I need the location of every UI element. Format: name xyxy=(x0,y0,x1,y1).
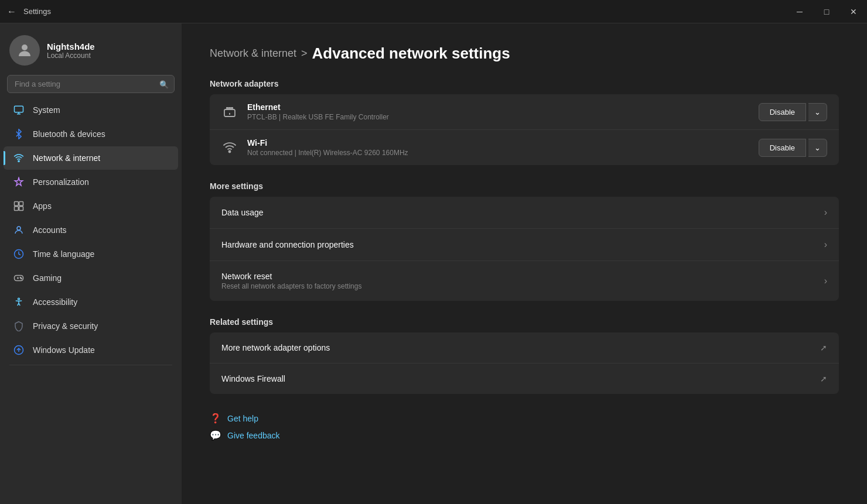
user-info: Nightsh4de Local Account xyxy=(47,42,95,60)
breadcrumb-current: Advanced network settings xyxy=(312,44,510,63)
sidebar-item-label-system: System xyxy=(33,105,60,115)
bottom-link-label-1: Give feedback xyxy=(227,431,280,440)
svg-point-4 xyxy=(18,160,19,162)
search-icon: 🔍 xyxy=(159,80,169,88)
user-name: Nightsh4de xyxy=(47,42,95,52)
system-icon xyxy=(13,104,25,116)
adapter-name-0: Ethernet xyxy=(247,102,749,112)
more-setting-subtitle-2: Reset all network adapters to factory se… xyxy=(221,282,824,290)
svg-point-15 xyxy=(21,278,22,279)
breadcrumb-separator: > xyxy=(301,47,308,60)
user-profile[interactable]: Nightsh4de Local Account xyxy=(0,23,182,75)
sidebar-item-gaming[interactable]: Gaming xyxy=(4,266,178,290)
related-setting-content-1: Windows Firewall xyxy=(221,374,820,383)
user-account-type: Local Account xyxy=(47,52,95,60)
sidebar-item-label-time: Time & language xyxy=(33,249,94,259)
related-settings-card: More network adapter options ➚ Windows F… xyxy=(210,332,839,394)
ethernet-icon xyxy=(221,104,238,120)
sidebar-divider xyxy=(9,365,172,365)
related-settings-header: Related settings xyxy=(210,317,839,327)
more-setting-row-2[interactable]: Network reset Reset all network adapters… xyxy=(210,261,839,301)
svg-rect-6 xyxy=(19,202,23,206)
more-setting-title-0: Data usage xyxy=(221,208,824,217)
adapter-actions-0: Disable ⌄ xyxy=(759,103,827,121)
more-setting-content-2: Network reset Reset all network adapters… xyxy=(221,272,824,290)
related-setting-row-0[interactable]: More network adapter options ➚ xyxy=(210,332,839,364)
time-icon xyxy=(13,248,25,260)
svg-rect-8 xyxy=(19,207,23,211)
more-setting-row-1[interactable]: Hardware and connection properties › xyxy=(210,229,839,261)
sidebar-item-accessibility[interactable]: Accessibility xyxy=(4,290,178,314)
related-setting-title-0: More network adapter options xyxy=(221,343,820,352)
chevron-button-1[interactable]: ⌄ xyxy=(808,139,827,157)
sidebar-item-label-apps: Apps xyxy=(33,201,52,211)
related-setting-row-1[interactable]: Windows Firewall ➚ xyxy=(210,364,839,394)
network-adapters-card: Ethernet PTCL-BB | Realtek USB FE Family… xyxy=(210,94,839,165)
bottom-link-icon-1: 💬 xyxy=(210,430,221,441)
bottom-link-0[interactable]: ❓ Get help xyxy=(210,413,839,424)
window-controls: ─ □ ✕ xyxy=(786,0,867,23)
sidebar-item-accounts[interactable]: Accounts xyxy=(4,218,178,242)
accessibility-icon xyxy=(13,296,25,308)
close-button[interactable]: ✕ xyxy=(840,0,867,23)
search-input[interactable] xyxy=(7,75,175,93)
sidebar-item-label-personalization: Personalization xyxy=(33,177,89,187)
sidebar-item-label-gaming: Gaming xyxy=(33,273,62,283)
more-setting-arrow-0: › xyxy=(824,207,827,218)
bottom-link-label-0: Get help xyxy=(227,414,258,423)
related-setting-title-1: Windows Firewall xyxy=(221,374,820,383)
network-icon xyxy=(13,152,25,164)
personalization-icon xyxy=(13,176,25,188)
adapter-info-0: Ethernet PTCL-BB | Realtek USB FE Family… xyxy=(247,102,749,121)
more-settings-header: More settings xyxy=(210,181,839,191)
bottom-link-1[interactable]: 💬 Give feedback xyxy=(210,430,839,441)
adapter-name-1: Wi-Fi xyxy=(247,138,749,148)
window-title: Settings xyxy=(23,7,51,16)
bottom-links: ❓ Get help 💬 Give feedback xyxy=(210,413,839,441)
search-box: 🔍 xyxy=(7,75,175,93)
more-setting-content-0: Data usage xyxy=(221,208,824,217)
adapter-info-1: Wi-Fi Not connected | Intel(R) Wireless-… xyxy=(247,138,749,157)
maximize-button[interactable]: □ xyxy=(813,0,840,23)
adapter-row-ethernet: Ethernet PTCL-BB | Realtek USB FE Family… xyxy=(210,94,839,130)
sidebar-item-network[interactable]: Network & internet xyxy=(4,146,178,170)
windows-update-icon xyxy=(13,344,25,356)
sidebar-item-label-bluetooth: Bluetooth & devices xyxy=(33,129,105,139)
sidebar-item-time[interactable]: Time & language xyxy=(4,242,178,266)
wifi-icon xyxy=(221,139,238,156)
bluetooth-icon xyxy=(13,128,25,140)
back-button[interactable]: ← xyxy=(7,6,16,17)
chevron-button-0[interactable]: ⌄ xyxy=(808,103,827,121)
gaming-icon xyxy=(13,272,25,284)
more-setting-row-0[interactable]: Data usage › xyxy=(210,197,839,229)
app-container: Nightsh4de Local Account 🔍 System Blueto… xyxy=(0,23,867,504)
sidebar-item-apps[interactable]: Apps xyxy=(4,194,178,218)
adapter-row-wi-fi: Wi-Fi Not connected | Intel(R) Wireless-… xyxy=(210,130,839,165)
sidebar-item-privacy[interactable]: Privacy & security xyxy=(4,314,178,338)
main-content: Network & internet > Advanced network se… xyxy=(182,23,867,504)
sidebar: Nightsh4de Local Account 🔍 System Blueto… xyxy=(0,23,182,504)
sidebar-item-label-windows-update: Windows Update xyxy=(33,345,95,355)
external-link-icon-0: ➚ xyxy=(820,343,827,352)
more-setting-content-1: Hardware and connection properties xyxy=(221,240,824,249)
avatar xyxy=(9,35,40,66)
more-setting-title-1: Hardware and connection properties xyxy=(221,240,824,249)
disable-button-1[interactable]: Disable xyxy=(759,139,806,157)
nav-list: System Bluetooth & devices Network & int… xyxy=(0,98,182,362)
more-settings-card: Data usage › Hardware and connection pro… xyxy=(210,197,839,301)
sidebar-item-label-accessibility: Accessibility xyxy=(33,297,77,307)
sidebar-item-windows-update[interactable]: Windows Update xyxy=(4,338,178,362)
sidebar-item-system[interactable]: System xyxy=(4,98,178,122)
svg-point-21 xyxy=(229,151,231,153)
adapter-desc-0: PTCL-BB | Realtek USB FE Family Controll… xyxy=(247,113,749,121)
sidebar-item-personalization[interactable]: Personalization xyxy=(4,170,178,194)
breadcrumb-parent[interactable]: Network & internet xyxy=(210,47,296,60)
sidebar-item-label-privacy: Privacy & security xyxy=(33,321,98,331)
minimize-button[interactable]: ─ xyxy=(786,0,813,23)
titlebar: ← Settings ─ □ ✕ xyxy=(0,0,867,23)
adapter-desc-1: Not connected | Intel(R) Wireless-AC 926… xyxy=(247,149,749,157)
more-setting-title-2: Network reset xyxy=(221,272,824,281)
sidebar-item-bluetooth[interactable]: Bluetooth & devices xyxy=(4,122,178,146)
svg-rect-5 xyxy=(15,202,19,206)
disable-button-0[interactable]: Disable xyxy=(759,103,806,121)
